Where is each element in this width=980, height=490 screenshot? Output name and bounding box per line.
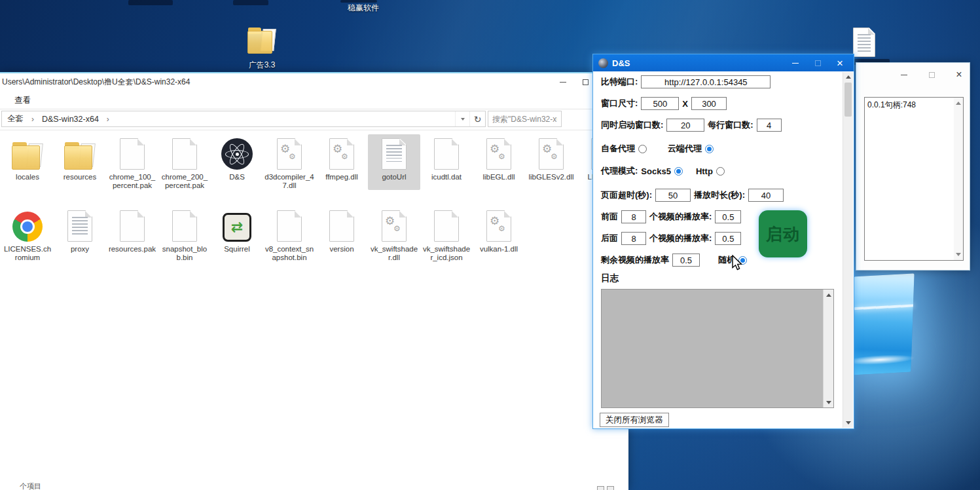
file-item-proxy[interactable]: proxy	[54, 206, 106, 262]
file-label: D&S	[212, 173, 262, 181]
desktop-icon-label[interactable]: 稳赢软件	[334, 3, 393, 14]
file-item-locales[interactable]: locales	[1, 134, 54, 190]
back-rate-row: 后面 个视频的播放率:	[601, 232, 741, 245]
file-item-d3dcompiler[interactable]: ⚙⚙ d3dcompiler_47.dll	[263, 134, 316, 190]
file-item-libegl[interactable]: ⚙⚙ libEGL.dll	[473, 134, 525, 190]
remaining-rate-input[interactable]	[672, 254, 700, 267]
close-button[interactable]	[949, 68, 969, 81]
minimize-button[interactable]	[894, 68, 914, 81]
refresh-button[interactable]: ↻	[469, 111, 485, 126]
window-scrollbar[interactable]	[843, 72, 853, 428]
desktop-folder-icon[interactable]	[247, 28, 276, 54]
scrollbar-thumb[interactable]	[844, 83, 852, 117]
file-item-resources-pak[interactable]: resources.pak	[106, 206, 158, 262]
handle-list[interactable]: 0.0.1句柄:748	[864, 97, 964, 261]
scrollbar[interactable]	[954, 98, 963, 260]
http-label: Http	[696, 166, 713, 176]
minimize-icon	[560, 82, 566, 83]
separator	[0, 109, 628, 109]
socks5-radio[interactable]	[674, 167, 683, 176]
file-icon	[434, 138, 459, 170]
minimize-button[interactable]	[784, 54, 807, 71]
file-item-squirrel[interactable]: ⇄ Squirrel	[211, 206, 263, 262]
file-label: version	[317, 245, 367, 254]
maximize-button[interactable]	[576, 76, 594, 88]
address-bar[interactable]: 全套 › D&S-win32-x64 › ↻	[1, 111, 486, 127]
maximize-button[interactable]	[922, 68, 941, 81]
scroll-down-icon	[826, 401, 831, 404]
file-item-resources[interactable]: resources	[54, 134, 106, 190]
view-toggle-icon[interactable]	[607, 486, 614, 490]
file-item-ds-app[interactable]: D&S	[211, 134, 263, 190]
back-rate-input[interactable]	[715, 232, 741, 245]
address-dropdown-button[interactable]	[455, 111, 469, 126]
window-height-input[interactable]	[691, 97, 727, 110]
close-all-browsers-button[interactable]: 关闭所有浏览器	[600, 413, 669, 427]
file-item-icudtl[interactable]: icudtl.dat	[420, 134, 473, 190]
maximize-button[interactable]	[807, 54, 829, 71]
log-textarea[interactable]	[601, 289, 834, 408]
search-input[interactable]	[488, 111, 562, 127]
proxy-source-row: 自备代理 云端代理	[601, 143, 714, 155]
file-item-version[interactable]: version	[316, 206, 368, 262]
back-count-input[interactable]	[621, 232, 646, 245]
file-item-snapshot-blob[interactable]: snapshot_blob.bin	[158, 206, 211, 262]
cloud-proxy-radio[interactable]	[705, 145, 714, 153]
file-item-vk-swiftshader[interactable]: ⚙⚙ vk_swiftshader.dll	[368, 206, 420, 262]
file-label: resources.pak	[107, 245, 157, 254]
proxy-mode-row: 代理模式: Socks5 Http	[601, 165, 725, 177]
app-icon	[598, 58, 608, 68]
own-proxy-radio[interactable]	[638, 145, 647, 153]
view-toggle-icon[interactable]	[597, 486, 604, 490]
own-proxy-label: 自备代理	[601, 143, 635, 155]
log-label: 日志	[601, 273, 619, 284]
file-icon	[120, 138, 145, 170]
front-count-input[interactable]	[621, 210, 646, 223]
desktop-document-icon[interactable]	[853, 28, 875, 57]
file-item-gotourl-selected[interactable]: gotoUrl	[368, 134, 420, 190]
start-button[interactable]: 启动	[759, 210, 807, 257]
scrollbar[interactable]	[823, 290, 833, 407]
gear-file-icon: ⚙⚙	[486, 138, 511, 170]
file-item-libglesv2[interactable]: ⚙⚙ libGLESv2.dll	[525, 134, 577, 190]
file-grid-row: locales resources chrome_100_percent.pak…	[1, 134, 630, 190]
duration-input[interactable]	[748, 189, 784, 202]
file-icon	[277, 210, 302, 242]
file-item-licenses-chromium[interactable]: LICENSES.chromium	[1, 206, 54, 262]
desktop-icon-label[interactable]: 广告3.3	[236, 60, 288, 71]
gear-file-icon: ⚙⚙	[539, 138, 564, 170]
file-item-chrome100pak[interactable]: chrome_100_percent.pak	[106, 134, 158, 190]
port-label: 比特端口:	[601, 76, 638, 88]
close-button[interactable]	[829, 54, 851, 71]
remaining-rate-row: 剩余视频的播放率 随机	[601, 254, 747, 267]
file-item-vk-swiftshader-icd[interactable]: vk_swiftshader_icd.json	[420, 206, 473, 262]
minimize-icon	[792, 63, 799, 64]
per-row-input[interactable]	[757, 119, 782, 132]
window-count-input[interactable]	[666, 119, 704, 132]
file-item-v8-context[interactable]: v8_context_snapshot.bin	[263, 206, 316, 262]
file-label: gotoUrl	[369, 173, 419, 181]
window-width-input[interactable]	[641, 97, 679, 110]
http-radio[interactable]	[716, 167, 725, 176]
file-item-chrome200pak[interactable]: chrome_200_percent.pak	[158, 134, 211, 190]
timeout-input[interactable]	[655, 189, 691, 202]
file-label: snapshot_blob.bin	[160, 245, 209, 262]
front-rate-input[interactable]	[715, 210, 741, 223]
window-title: D&S	[612, 58, 630, 68]
ribbon-tab-view[interactable]: 查看	[14, 95, 31, 106]
file-icon	[329, 210, 354, 242]
breadcrumb-root[interactable]: 全套	[2, 113, 29, 124]
explorer-titlebar[interactable]: Users\Administrator\Desktop\撸U全套\D&S-win…	[0, 73, 628, 90]
minimize-icon	[901, 75, 907, 75]
file-item-vulkan[interactable]: ⚙⚙ vulkan-1.dll	[473, 206, 525, 262]
file-label: vulkan-1.dll	[474, 245, 524, 254]
minimize-button[interactable]	[554, 76, 572, 88]
file-label: vk_swiftshader_icd.json	[422, 245, 471, 262]
breadcrumb-current[interactable]: D&S-win32-x64	[37, 115, 104, 124]
port-input[interactable]	[641, 75, 771, 88]
file-item-ffmpeg[interactable]: ⚙⚙ ffmpeg.dll	[316, 134, 368, 190]
file-label: proxy	[55, 245, 105, 254]
per-row-label: 每行窗口数:	[708, 119, 753, 131]
port-row: 比特端口:	[601, 75, 771, 88]
file-grid-row: LICENSES.chromium proxy resources.pak sn…	[1, 206, 525, 262]
